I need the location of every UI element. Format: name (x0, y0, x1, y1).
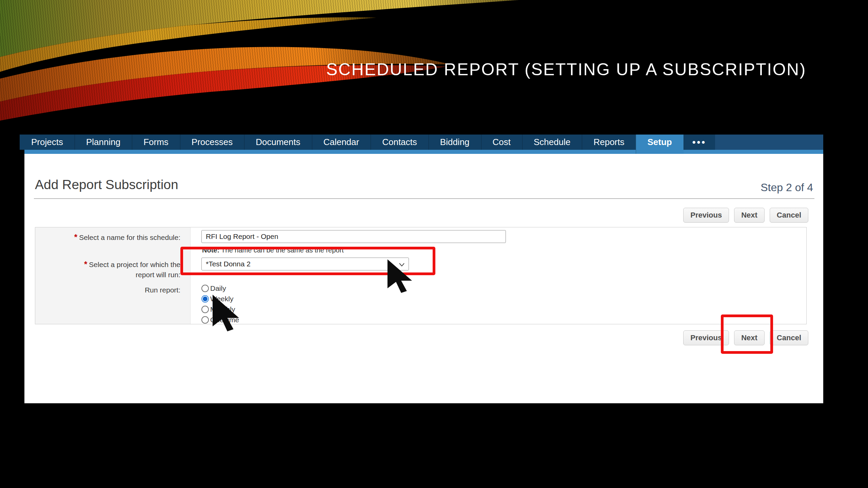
radio-icon[interactable] (201, 285, 209, 292)
required-asterisk: * (84, 260, 87, 269)
heading-divider (34, 198, 814, 199)
tab-forms[interactable]: Forms (132, 135, 180, 150)
tab-planning[interactable]: Planning (75, 135, 132, 150)
tab-cost[interactable]: Cost (481, 135, 522, 150)
cancel-button[interactable]: Cancel (770, 330, 808, 345)
tab-setup[interactable]: Setup (636, 135, 683, 154)
navbar-tabs: Projects Planning Forms Processes Docume… (24, 135, 715, 154)
annotation-box-next-button (721, 314, 773, 354)
project-label: *Select a project for which the report w… (35, 259, 180, 280)
schedule-name-label: *Select a name for this schedule: (35, 232, 180, 243)
mouse-cursor-icon (212, 294, 240, 334)
tab-contacts[interactable]: Contacts (371, 135, 429, 150)
slide-title: SCHEDULED REPORT (SETTING UP A SUBSCRIPT… (326, 60, 808, 79)
action-buttons-top: Previous Next Cancel (683, 208, 808, 223)
radio-option-daily[interactable]: Daily (201, 283, 239, 293)
tab-bidding[interactable]: Bidding (429, 135, 481, 150)
tab-schedule[interactable]: Schedule (522, 135, 582, 150)
previous-button[interactable]: Previous (683, 208, 729, 223)
navbar: Projects Planning Forms Processes Docume… (24, 135, 823, 154)
next-button[interactable]: Next (734, 208, 765, 223)
subscription-form: *Select a name for this schedule: Note: … (35, 227, 807, 324)
tab-projects[interactable]: Projects (20, 135, 75, 150)
schedule-name-input[interactable] (201, 230, 506, 243)
radio-icon[interactable] (201, 316, 209, 324)
required-asterisk: * (74, 232, 77, 242)
tab-calendar[interactable]: Calendar (312, 135, 371, 150)
page-title: Add Report Subscription (35, 177, 178, 192)
app-page: Projects Planning Forms Processes Docume… (24, 135, 823, 403)
tab-processes[interactable]: Processes (180, 135, 244, 150)
radio-icon[interactable] (201, 306, 209, 313)
tab-reports[interactable]: Reports (582, 135, 636, 150)
tab-more-ellipsis-icon[interactable]: ••• (684, 135, 715, 150)
tab-documents[interactable]: Documents (244, 135, 312, 150)
cancel-button[interactable]: Cancel (770, 208, 808, 223)
step-indicator: Step 2 of 4 (761, 181, 813, 194)
mouse-cursor-icon (387, 259, 413, 295)
radio-selected-icon[interactable] (201, 295, 209, 303)
run-report-label: Run report: (35, 285, 180, 295)
